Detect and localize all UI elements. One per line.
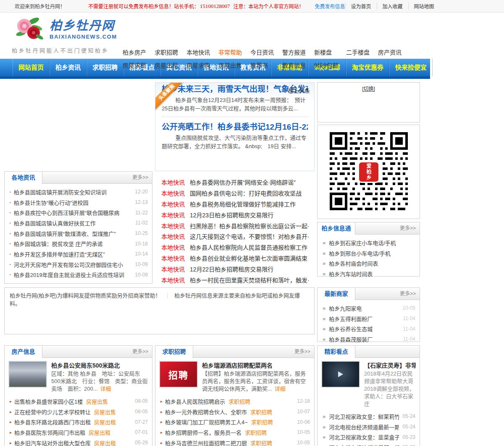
info-channel-more-link[interactable]: 更多>> bbox=[400, 222, 420, 234]
header-link[interactable]: 9块9包邮 bbox=[314, 61, 346, 69]
list-item[interactable]: » 柏乡各村庙会时间表 bbox=[323, 258, 415, 269]
list-item[interactable]: 本地快讯 柏乡县税务局细化管理做好节能减排工作 bbox=[161, 198, 315, 209]
header-link[interactable]: 新楼盘 bbox=[314, 48, 346, 56]
tab-highlights[interactable]: 精彩看点 bbox=[318, 346, 355, 358]
top-utility-bar: 欢迎来到柏乡牡丹网！ 不需要注册就可以免费发布柏乡信息！站长手机： 151001… bbox=[0, 0, 504, 13]
list-item[interactable]: ▸ 柏乡旧汽车站对外出租大型仓库 房屋出租 05-29 bbox=[10, 438, 148, 446]
list-item[interactable]: ▪ 柏乡县2019年度自主就业退役士兵适应性培训 10-09 bbox=[10, 270, 148, 280]
header-link[interactable]: 柏乡房产 bbox=[123, 48, 155, 56]
list-item[interactable]: » 河北卫视家政女皇：韭菜盒子 烩 05-23 bbox=[323, 432, 415, 442]
list-item[interactable]: ▸ 柏乡玻璃门加工厂现招聘男工人4~ 求职招聘 10-06 bbox=[160, 417, 310, 427]
housing-more-link[interactable]: 更多>> bbox=[132, 346, 152, 357]
featured-title[interactable]: 【石家庄灵寿】非常帮助帮 bbox=[364, 361, 416, 369]
list-item[interactable]: » 柏乡五得利面粉厂 11-04 bbox=[323, 313, 415, 324]
jobs-more-link[interactable]: 更多>> bbox=[294, 346, 314, 357]
tab-regional-news[interactable]: 各地资讯 bbox=[5, 172, 42, 184]
list-item[interactable]: ▪ 柏乡开发区多措并举加速打造“无煤区” 10-14 bbox=[10, 249, 148, 259]
tab-housing[interactable]: 房产信息 bbox=[5, 346, 42, 358]
regional-news-more-link[interactable]: 更多>> bbox=[132, 172, 152, 183]
site-logo[interactable]: 柏乡牡丹网 BAIXIANGNEWS.COM 柏乡牡丹网能人不出门便知柏乡 bbox=[12, 15, 117, 54]
list-item[interactable]: 本地快讯 扫黑除恶！柏乡县检察院检察长出庭公诉一起· bbox=[161, 220, 315, 231]
header-link[interactable]: 推荐书 bbox=[250, 61, 282, 69]
highlights-featured[interactable]: 【石家庄灵寿】非常帮助帮 2018年4月22日农民频道非常帮助帮大哥2018调解… bbox=[318, 358, 420, 410]
header-link[interactable]: 非常帮助 bbox=[218, 48, 250, 56]
category-tag[interactable]: 求职招聘 bbox=[228, 397, 250, 405]
nav-item[interactable]: 求职招聘 bbox=[87, 59, 123, 76]
list-item[interactable]: ▸ 正在经营中的少儿艺术学校转让 房屋出售 08-05 bbox=[10, 407, 148, 417]
free-post-link[interactable]: 免费发布信息 bbox=[315, 3, 345, 10]
list-item[interactable]: 本地快讯 柏乡一村民在田里露天焚烧秸秆和落叶，触发· bbox=[161, 274, 315, 285]
list-item[interactable]: ▸ 柏乡县东环路北段路西门市出租 房屋出租 07-27 bbox=[10, 417, 148, 427]
housing-featured[interactable]: 柏乡县公安局东500米路北 区域：其他 柏乡县 地址：公安局东500米路北 行业… bbox=[5, 358, 152, 395]
header-link[interactable]: 房屋出售 bbox=[218, 61, 250, 69]
notice-part1: 柏乡牡丹网(柏乡吧)为爆料网友提供物质奖励另外招商家赞助！ bbox=[10, 292, 161, 299]
headline-title[interactable]: 柏乡未来三天，雨雪天气出现！气象台发布· bbox=[162, 83, 308, 94]
want-headline-link[interactable]: 想上头条 bbox=[288, 86, 310, 94]
list-item[interactable]: 本地快讯 12月23日柏乡招聘租房交易限行 bbox=[161, 209, 315, 220]
featured-title[interactable]: 柏乡瑞源酒店招聘配菜两名 bbox=[202, 361, 310, 369]
category-tag[interactable]: 求职招聘 bbox=[251, 418, 273, 426]
list-item[interactable]: ▪ 柏乡县固城店镇开展“散煤清收、型煤推广” 10-25 bbox=[10, 228, 148, 239]
list-item[interactable]: ▸ 柏乡县医院东邻两间门市出租 房屋出租 07-01 bbox=[10, 427, 148, 438]
tab-jobs[interactable]: 求职招聘 bbox=[155, 346, 193, 358]
category-tag[interactable]: 房屋出售 bbox=[94, 408, 116, 416]
topbar-link[interactable]: 加入收藏 bbox=[377, 3, 408, 10]
detail-link[interactable]: 详细 bbox=[100, 386, 111, 392]
list-item[interactable]: 本地快讯 12月22日柏乡招聘租房交易限行 bbox=[161, 263, 315, 274]
list-item[interactable]: 本地快讯 这几天接到这个电话，不要惊慌！对柏乡县开· bbox=[161, 231, 315, 242]
list-item[interactable]: ▸ 柏乡招聘厨师一名，服务员一名 求职招聘 10-05 bbox=[160, 427, 310, 438]
list-item[interactable]: » 柏乡到邢台小车电话/手机 bbox=[323, 248, 415, 258]
list-item[interactable]: » 柏乡县森茂服装厂 11-04 bbox=[323, 334, 415, 344]
list-item[interactable]: » 柏乡九阳家电 10-05 bbox=[323, 303, 415, 313]
list-item[interactable]: » 河北卫视家政女皇：鲜茉莉竹荪 05-24 bbox=[323, 411, 415, 422]
list-item[interactable]: 本地快讯 柏乡县委网信办开展“网络安全·网络辟谣” bbox=[161, 177, 315, 188]
header-link[interactable]: 房屋出租 bbox=[155, 61, 186, 69]
list-item[interactable]: » 柏乡到石家庄小车电话/手机 bbox=[323, 237, 415, 248]
header-link[interactable]: 警方报道 bbox=[282, 48, 314, 56]
topbar-link[interactable]: 设为首页 bbox=[345, 3, 377, 10]
header-link[interactable]: 房产资讯 bbox=[378, 48, 410, 56]
category-tag[interactable]: 房屋出租 bbox=[94, 439, 116, 446]
nav-item[interactable]: 网站首页 bbox=[13, 59, 50, 76]
header-link[interactable]: 房屋求购 bbox=[186, 61, 218, 69]
header-link[interactable]: 今日资讯 bbox=[250, 48, 282, 56]
list-item[interactable]: ▪ 柏乡县计生协“暖心行动”进校园 12-13 bbox=[10, 197, 148, 208]
list-item[interactable]: ▪ 柏乡县固城店镇开展消防安全知识培训 12-20 bbox=[10, 187, 148, 197]
nav-item[interactable]: 柏乡资讯 bbox=[50, 59, 87, 76]
switch-link[interactable]: [切换] bbox=[362, 86, 375, 92]
list-item[interactable]: 本地快讯 柏乡县人民检察院向人民监督员通报检察工作 bbox=[161, 242, 315, 253]
category-tag[interactable]: 房屋出租 bbox=[94, 418, 116, 426]
list-item[interactable]: » 柏乡谷养谷生态城 11-04 bbox=[323, 323, 415, 334]
category-tag[interactable]: 房屋出售 bbox=[86, 397, 108, 405]
detail-link[interactable]: 详细 bbox=[275, 386, 286, 392]
header-link[interactable]: 本地快讯 bbox=[186, 48, 218, 56]
list-item[interactable]: » 河北电视台经济频道最新一期： 05-24 bbox=[323, 422, 415, 432]
list-item[interactable]: » 河北电视台经济频道最新一期： 05-23 bbox=[323, 442, 415, 446]
header-link[interactable]: 求职招聘 bbox=[155, 48, 186, 56]
list-item[interactable]: ▸ 出售柏乡县盛世家园小区1楼 房屋出售 08-05 bbox=[10, 396, 148, 407]
featured-title[interactable]: 柏乡县公安局东500米路北 bbox=[51, 361, 148, 369]
list-item[interactable]: ▪ 柏乡固城店镇：脱贫攻坚 庄严的承诺 10-18 bbox=[10, 238, 148, 249]
category-tag[interactable]: 求职招聘 bbox=[250, 408, 272, 416]
topbar-link[interactable]: 网站地图 bbox=[408, 3, 440, 10]
category-tag[interactable]: 房屋出租 bbox=[89, 428, 110, 436]
list-item[interactable]: ▸ 柏乡县人民医院招聘启示 求职招聘 12-18 bbox=[160, 396, 310, 407]
headline-title[interactable]: 公开亮晒工作！柏乡县委书记12月16日-22… bbox=[162, 120, 308, 132]
header-link[interactable]: 房屋求租 bbox=[123, 61, 155, 69]
list-item[interactable]: ▪ 河北开天房地产开发有限公司汉府御园住宅小 10-09 bbox=[10, 259, 148, 270]
category-tag[interactable]: 求职招聘 bbox=[250, 439, 272, 446]
list-item[interactable]: ▸ 柏乡一元外教招聘合伙人、全职市 求职招聘 10-07 bbox=[160, 407, 310, 417]
header-link[interactable]: 二手楼盘 bbox=[346, 48, 378, 56]
tab-merchants[interactable]: 最新商家 bbox=[318, 288, 355, 300]
list-item[interactable]: ▸ 柏乡马吉德兰州拉面招聘二把刀厨 求职招聘 10-05 bbox=[160, 438, 310, 446]
header-link[interactable]: 教育信息 bbox=[282, 61, 314, 69]
category-tag[interactable]: 求职招聘 bbox=[245, 428, 267, 436]
jobs-featured[interactable]: 招聘 柏乡瑞源酒店招聘配菜两名 【招聘】柏乡瑞源酒店招聘配菜两名，服务员两名，服… bbox=[155, 358, 314, 395]
list-item[interactable]: 本地快讯 国网柏乡县供电公司：打好电费回收攻坚战 bbox=[161, 188, 315, 198]
merchants-more-link[interactable]: 更多>> bbox=[400, 288, 420, 300]
list-item[interactable]: » 柏乡汽车站时间表 bbox=[323, 269, 415, 279]
list-item[interactable]: ▪ 柏乡县固城店镇认真做好扶贫工作 11-02 bbox=[10, 218, 148, 228]
list-item[interactable]: 本地快讯 柏乡县创业就业孵化基地第七次面审圆满结束 bbox=[161, 253, 315, 263]
list-item[interactable]: ▪ 柏乡县疾控中心到西汪镇开展“联合国糖尿病 11-22 bbox=[10, 207, 148, 218]
tab-info-channel[interactable]: 柏乡信息通 bbox=[318, 222, 355, 235]
